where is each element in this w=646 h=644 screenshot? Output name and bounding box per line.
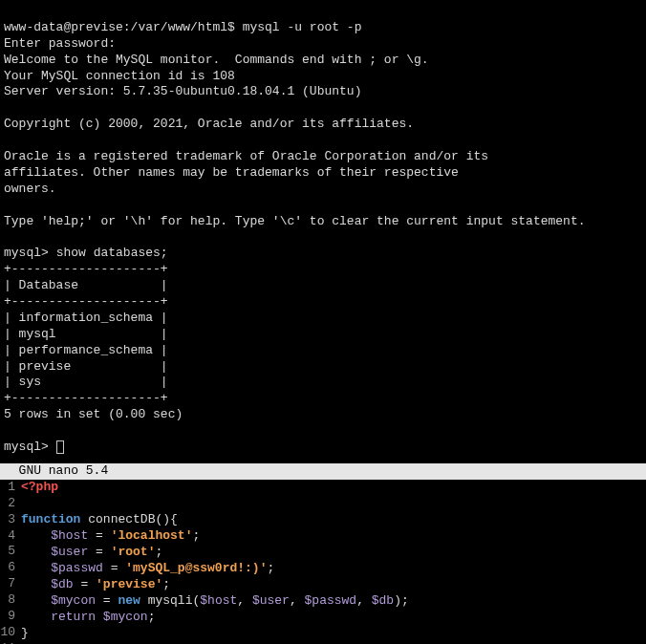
table-border: +--------------------+ xyxy=(4,294,168,309)
variable: $passwd xyxy=(51,561,103,575)
string-literal: 'localhost' xyxy=(111,528,193,543)
nano-content[interactable]: 1 2 3 4 5 6 7 8 9 10 11 12 13 <?phpfunct… xyxy=(0,480,646,644)
mysql-conn-id: Your MySQL connection id is 108 xyxy=(4,69,235,83)
variable: $mycon xyxy=(51,593,96,608)
table-border: +--------------------+ xyxy=(4,262,168,276)
table-row: | sys | xyxy=(4,375,168,389)
code-editor-area[interactable]: <?phpfunction connectDB(){ $host = 'loca… xyxy=(17,480,646,644)
table-header: | Database | xyxy=(4,278,168,292)
function-name: connectDB xyxy=(88,512,155,526)
shell-prompt: www-data@previse:/var/www/html$ mysql -u… xyxy=(4,20,361,34)
mysql-trademark: owners. xyxy=(4,182,56,196)
mysql-copyright: Copyright (c) 2000, 2021, Oracle and/or … xyxy=(4,117,414,131)
string-literal: 'root' xyxy=(111,545,156,559)
variable: $host xyxy=(51,528,88,543)
mysql-welcome: Welcome to the MySQL monitor. Commands e… xyxy=(4,53,429,67)
line-number-gutter: 1 2 3 4 5 6 7 8 9 10 11 12 13 xyxy=(0,480,17,644)
mysql-prompt-line[interactable]: mysql> xyxy=(4,440,64,454)
php-open-tag: <?php xyxy=(21,480,58,494)
variable: $db xyxy=(51,577,73,591)
cursor-icon xyxy=(56,440,64,454)
table-row: | previse | xyxy=(4,359,168,374)
table-row: | performance_schema | xyxy=(4,343,168,357)
new-keyword: new xyxy=(118,593,140,608)
string-literal: 'previse' xyxy=(96,577,162,591)
nano-title-bar: GNU nano 5.4 xyxy=(0,463,646,480)
nano-editor: GNU nano 5.4 1 2 3 4 5 6 7 8 9 10 11 12 … xyxy=(0,463,646,644)
table-border: +--------------------+ xyxy=(4,391,168,405)
result-summary: 5 rows in set (0.00 sec) xyxy=(4,407,183,421)
function-keyword: function xyxy=(21,512,80,526)
return-keyword: return xyxy=(51,610,96,624)
mysql-server-version: Server version: 5.7.35-0ubuntu0.18.04.1 … xyxy=(4,84,361,98)
mysql-trademark: Oracle is a registered trademark of Orac… xyxy=(4,149,488,163)
password-prompt: Enter password: xyxy=(4,36,116,51)
terminal-output: www-data@previse:/var/www/html$ mysql -u… xyxy=(0,0,646,463)
variable: $user xyxy=(51,545,88,559)
table-row: | mysql | xyxy=(4,327,168,341)
mysql-trademark: affiliates. Other names may be trademark… xyxy=(4,165,459,180)
string-literal: 'mySQL_p@ssw0rd!:)' xyxy=(125,561,267,575)
table-row: | information_schema | xyxy=(4,311,168,325)
mysql-prompt-line[interactable]: mysql> show databases; xyxy=(4,246,168,260)
mysql-help: Type 'help;' or '\h' for help. Type '\c'… xyxy=(4,214,586,228)
